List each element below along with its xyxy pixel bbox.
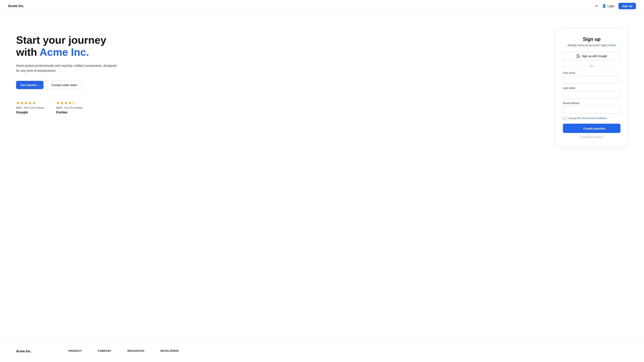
signin-link[interactable]: Sign in here	[601, 44, 616, 47]
user-icon: 👤	[602, 4, 606, 8]
footer-developers-col: DEVELOPERS	[160, 350, 179, 354]
navbar-right: ☀ 👤 Login Sign up	[595, 3, 636, 9]
google-signup-label: Sign up with Google	[582, 54, 607, 58]
signup-subtitle: Already have an account? Sign in here	[563, 44, 620, 47]
hero-buttons: Get started › Contact sales team	[16, 81, 121, 89]
navbar-logo: Acme Inc.	[8, 4, 24, 8]
hero-title-accent: Acme Inc.	[40, 46, 89, 58]
google-review: ★★★★★ 4.6/5 - from 12k reviews Google	[16, 100, 44, 114]
hero-subtitle: Hand-picked professionals and expertly c…	[16, 63, 121, 73]
main-content: Start your journey with Acme Inc. Hand-p…	[0, 12, 644, 341]
or-text: OR	[590, 64, 594, 67]
get-started-button[interactable]: Get started ›	[16, 81, 44, 89]
reviews-section: ★★★★★ 4.6/5 - from 12k reviews Google ★★…	[16, 100, 121, 114]
email-input[interactable]	[563, 106, 620, 113]
or-line-left	[563, 66, 588, 66]
footer-resources-title: RESOURCES	[128, 350, 144, 352]
first-name-input[interactable]	[563, 76, 620, 83]
footer-product-title: PRODUCT	[68, 350, 82, 352]
hero-section: Start your journey with Acme Inc. Hand-p…	[16, 28, 121, 114]
footer-resources-col: RESOURCES	[128, 350, 144, 354]
forbes-review-text: 4.8/5 - from 5k reviews	[56, 106, 83, 109]
terms-row: I accept the Terms and Conditions	[563, 117, 620, 120]
passkey-icon: 👤	[578, 126, 582, 130]
arrow-icon: ›	[38, 83, 39, 87]
google-review-text: 4.6/5 - from 12k reviews	[16, 106, 44, 109]
or-divider: OR	[563, 64, 620, 67]
or-line-right	[596, 66, 620, 66]
footer-company-col: COMPANY	[98, 350, 111, 354]
google-signup-button[interactable]: Sign up with Google	[563, 52, 620, 60]
powered-by: Powered by Passlock	[563, 136, 620, 139]
last-name-label: Last name	[563, 86, 620, 89]
footer-product-col: PRODUCT	[68, 350, 82, 354]
signup-card: Sign up Already have an account? Sign in…	[556, 28, 628, 147]
terms-text: I accept the Terms and Conditions	[568, 117, 607, 120]
footer-logo: Acme Inc.	[16, 350, 40, 353]
first-name-group: First name	[563, 71, 620, 83]
login-button[interactable]: 👤 Login	[602, 4, 614, 8]
hero-title-line2: with	[16, 46, 40, 58]
terms-link[interactable]: Terms and Conditions	[582, 117, 607, 120]
terms-checkbox[interactable]	[563, 117, 566, 120]
forbes-review: ★★★★½ 4.8/5 - from 5k reviews Forbes	[56, 100, 83, 114]
create-passkey-label: Create passkey	[583, 127, 605, 130]
email-group: Email address	[563, 102, 620, 113]
hero-title-line1: Start your journey	[16, 34, 106, 46]
google-brand: Google	[16, 110, 44, 114]
create-passkey-button[interactable]: 👤 Create passkey	[563, 124, 620, 133]
footer-company-title: COMPANY	[98, 350, 111, 352]
navbar: Acme Inc. ☀ 👤 Login Sign up	[0, 0, 644, 12]
footer-developers-title: DEVELOPERS	[160, 350, 179, 352]
get-started-label: Get started	[20, 83, 36, 87]
forbes-brand: Forbes	[56, 110, 83, 114]
hero-title: Start your journey with Acme Inc.	[16, 34, 121, 58]
forbes-stars: ★★★★½	[56, 100, 83, 105]
first-name-label: First name	[563, 71, 620, 74]
last-name-input[interactable]	[563, 91, 620, 98]
footer: Acme Inc. PRODUCT COMPANY RESOURCES DEVE…	[0, 341, 644, 362]
signup-nav-button[interactable]: Sign up	[618, 3, 636, 9]
signup-title: Sign up	[563, 36, 620, 42]
email-label: Email address	[563, 102, 620, 105]
google-icon	[576, 54, 580, 58]
theme-toggle-icon[interactable]: ☀	[595, 4, 598, 8]
google-stars: ★★★★★	[16, 100, 44, 105]
contact-sales-button[interactable]: Contact sales team	[47, 81, 82, 89]
login-label: Login	[607, 4, 614, 8]
last-name-group: Last name	[563, 86, 620, 98]
